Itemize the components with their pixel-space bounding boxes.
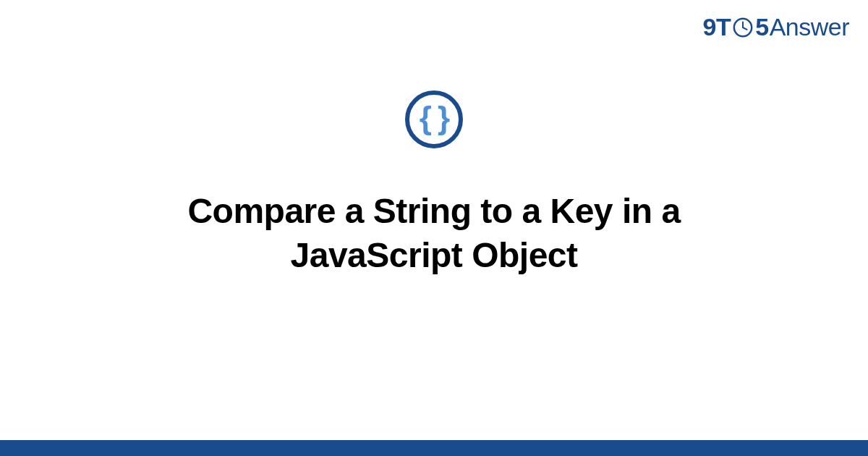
logo-text-t: T <box>716 13 731 41</box>
page-title: Compare a String to a Key in a JavaScrip… <box>109 189 760 278</box>
logo-text-answer: Answer <box>770 13 849 41</box>
footer-accent-bar <box>0 440 868 456</box>
logo-text-9: 9 <box>703 13 716 41</box>
logo-text-5: 5 <box>755 13 768 41</box>
brand-logo[interactable]: 9 T 5 Answer <box>703 13 850 41</box>
category-code-icon: { } <box>405 90 463 148</box>
svg-line-2 <box>743 28 747 30</box>
main-content: { } Compare a String to a Key in a JavaS… <box>0 90 868 278</box>
clock-icon <box>731 16 754 39</box>
braces-icon: { } <box>420 102 448 134</box>
